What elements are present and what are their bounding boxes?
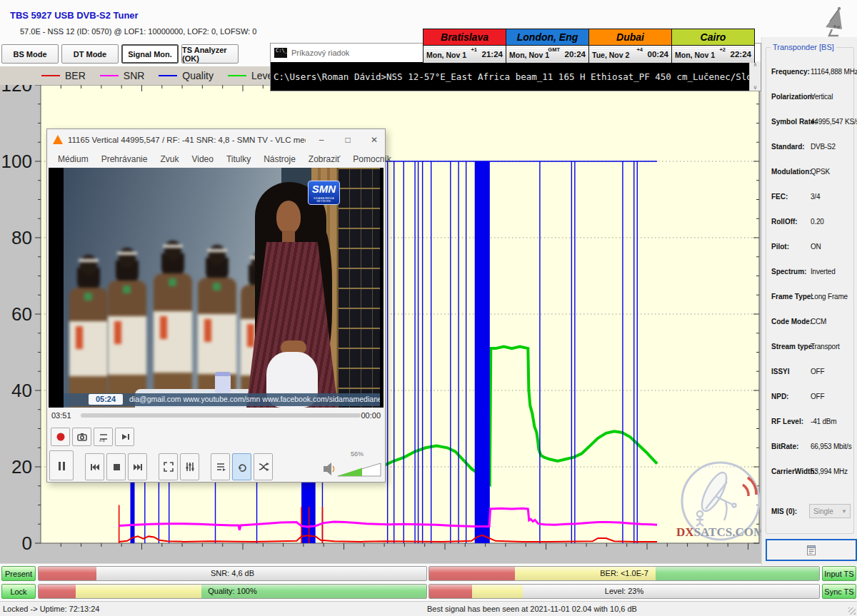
field-value: 11164,888 MHz bbox=[811, 68, 857, 76]
close-button[interactable]: ✕ bbox=[364, 135, 385, 145]
legend-label: Quality bbox=[182, 70, 214, 81]
snapshot-icon bbox=[76, 431, 88, 443]
transponder-details-button[interactable] bbox=[766, 539, 857, 561]
legend-item-ber: BER bbox=[41, 70, 86, 81]
previous-button[interactable] bbox=[85, 453, 104, 480]
svg-text:120: 120 bbox=[1, 85, 32, 96]
field-value: 3/4 bbox=[811, 193, 820, 201]
vlc-menubar: MédiumPrehrávanieZvukVideoTitulkyNástroj… bbox=[47, 150, 385, 168]
clock-dubai: DubaiTue, Nov 2+400:24 bbox=[588, 29, 672, 63]
vlc-menu-pomocnk[interactable]: Pomocník bbox=[346, 154, 397, 164]
field-value: OFF bbox=[811, 393, 824, 400]
frame-step-button[interactable] bbox=[115, 428, 134, 446]
vlc-menu-titulky[interactable]: Titulky bbox=[220, 154, 257, 164]
quality-bar: Quality: 100% bbox=[38, 584, 427, 599]
svg-text:DXSATCS.COM: DXSATCS.COM bbox=[676, 525, 761, 539]
field-label: FEC: bbox=[771, 193, 788, 201]
mode-button-ts-analyzer-ok-[interactable]: TS Analyzer (OK) bbox=[181, 44, 239, 64]
studio-guest-figure bbox=[154, 241, 192, 408]
present-indicator: Present bbox=[1, 566, 36, 581]
clock-time: 22:24 bbox=[731, 50, 751, 59]
field-label: BitRate: bbox=[771, 443, 798, 450]
vlc-titlebar[interactable]: 11165 Vertical 44995,547 / RF: -41 SNR: … bbox=[47, 129, 385, 150]
news-ticker: 05:24 dia@gmail.com www.youtube.com/smn … bbox=[64, 393, 380, 406]
loop-button[interactable] bbox=[232, 453, 251, 480]
transponder-groupbox: Transponder [BS] Frequency:11164,888 MHz… bbox=[766, 47, 854, 534]
vlc-advanced-controls: A B bbox=[51, 428, 134, 446]
equalizer-button[interactable] bbox=[180, 453, 199, 480]
smn-logo-text: SMN bbox=[309, 181, 339, 197]
presenter bbox=[235, 182, 349, 408]
vlc-video-stage: SMN SIDAMA MEDIA NETWORK 05:24 dia@gmail… bbox=[49, 168, 384, 408]
snapshot-button[interactable] bbox=[72, 428, 91, 446]
scroll-down-icon[interactable]: ∨ bbox=[753, 84, 758, 91]
bar-label: BER: <1.0E-7 bbox=[429, 569, 819, 577]
smn-logo-subtext: SIDAMA MEDIA NETWORK bbox=[309, 197, 339, 203]
chevron-down-icon: ▼ bbox=[841, 508, 847, 515]
resize-grip[interactable] bbox=[848, 607, 856, 615]
divider bbox=[0, 563, 857, 564]
cmd-scrollbar[interactable]: ∧ ∨ bbox=[749, 61, 761, 91]
field-value: 44995,547 KS/s bbox=[811, 118, 857, 126]
ab-loop-button[interactable]: A B bbox=[94, 428, 113, 446]
lock-indicator: Lock bbox=[1, 584, 36, 599]
clock-london-eng: London, EngMon, Nov 1GMT20:24 bbox=[506, 29, 589, 63]
playlist-icon bbox=[215, 461, 226, 473]
bar-label: Quality: 100% bbox=[39, 587, 426, 595]
world-clocks: BratislavaMon, Nov 1+121:24London, EngMo… bbox=[424, 29, 759, 63]
seek-bar[interactable] bbox=[81, 413, 361, 418]
clock-date: Tue, Nov 2 bbox=[592, 51, 629, 59]
record-icon bbox=[55, 431, 66, 443]
playlist-button[interactable] bbox=[211, 453, 230, 480]
field-value: CCM bbox=[811, 318, 826, 325]
snr-bar: SNR: 4,6 dB bbox=[38, 566, 427, 581]
next-button[interactable] bbox=[128, 453, 147, 480]
vlc-menu-prehrvanie[interactable]: Prehrávanie bbox=[95, 154, 154, 164]
cmd-icon: C:\_ bbox=[274, 48, 287, 58]
vlc-menu-video[interactable]: Video bbox=[185, 154, 219, 164]
vlc-menu-nstroje[interactable]: Nástroje bbox=[257, 154, 302, 164]
mode-button-bs-mode[interactable]: BS Mode bbox=[1, 44, 59, 64]
smn-channel-logo: SMN SIDAMA MEDIA NETWORK bbox=[308, 181, 340, 205]
clock-city: Cairo bbox=[672, 29, 754, 46]
legend-line-icon bbox=[159, 75, 177, 76]
clock-time-row: Mon, Nov 1+121:24 bbox=[424, 46, 506, 63]
field-label: NPD: bbox=[771, 393, 788, 400]
mis-dropdown[interactable]: Single ▼ bbox=[809, 504, 851, 518]
field-label: Frame Type: bbox=[771, 293, 813, 301]
maximize-button[interactable]: □ bbox=[337, 135, 359, 145]
fullscreen-button[interactable] bbox=[159, 453, 178, 480]
minimize-button[interactable]: – bbox=[311, 135, 332, 145]
sync-ts-indicator: Sync TS bbox=[822, 584, 856, 599]
pause-button[interactable] bbox=[49, 450, 74, 480]
clock-time: 20:24 bbox=[565, 50, 586, 59]
transponder-panel: Transponder [BS] Frequency:11164,888 MHz… bbox=[761, 37, 857, 565]
record-button[interactable] bbox=[51, 428, 70, 446]
vlc-menu-zobrazi[interactable]: Zobraziť bbox=[302, 154, 347, 164]
studio-guest-figure bbox=[108, 248, 146, 408]
presenter-neck bbox=[282, 231, 295, 243]
clock-date: Mon, Nov 1 bbox=[675, 51, 715, 59]
loop-icon bbox=[236, 461, 248, 473]
ber-bar: BER: <1.0E-7 bbox=[428, 566, 820, 581]
stop-button[interactable] bbox=[106, 453, 126, 480]
svg-text:0: 0 bbox=[22, 532, 32, 554]
vlc-menu-mdium[interactable]: Médium bbox=[51, 154, 95, 164]
vlc-menu-zvuk[interactable]: Zvuk bbox=[154, 154, 185, 164]
vlc-window[interactable]: 11165 Vertical 44995,547 / RF: -41 SNR: … bbox=[46, 128, 386, 483]
clock-utc-offset: +1 bbox=[471, 46, 477, 53]
clock-time-row: Mon, Nov 1GMT20:24 bbox=[506, 46, 588, 63]
studio-guest-figure bbox=[69, 255, 108, 408]
clock-utc-offset: GMT bbox=[548, 46, 560, 53]
mode-button-dt-mode[interactable]: DT Mode bbox=[61, 44, 119, 64]
clock-city: London, Eng bbox=[506, 29, 588, 46]
total-time: 00:00 bbox=[361, 411, 381, 420]
ab-loop-icon: A B bbox=[98, 431, 109, 443]
mis-value: Single bbox=[813, 508, 833, 515]
shuffle-button[interactable] bbox=[254, 453, 273, 480]
table-jar bbox=[215, 372, 231, 393]
mode-button-signal-mon-[interactable]: Signal Mon. bbox=[121, 44, 179, 64]
legend-item-level: Level bbox=[228, 70, 275, 81]
field-label: Code Mode: bbox=[771, 318, 812, 325]
volume-control[interactable]: 56% bbox=[322, 450, 383, 480]
